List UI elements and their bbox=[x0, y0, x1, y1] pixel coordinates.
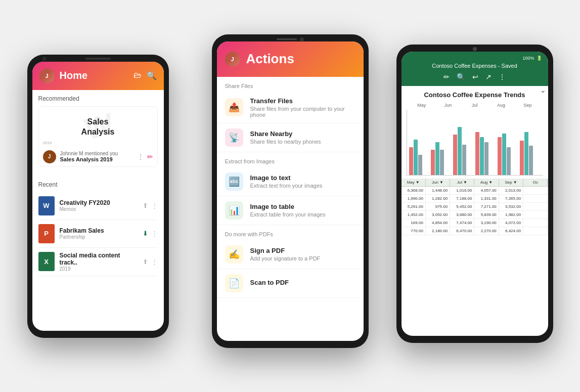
chart-group bbox=[409, 140, 430, 175]
list-item[interactable]: 📄 Scan to PDF bbox=[217, 269, 364, 298]
header-icons: 🗁 🔍 bbox=[133, 71, 157, 80]
list-item[interactable]: ✍ Sign a PDF Add your signature to a PDF bbox=[217, 240, 364, 269]
file-actions: ⬆ ⋮ bbox=[143, 258, 158, 266]
action-name: Image to text bbox=[250, 174, 355, 182]
ppt-icon: P bbox=[38, 224, 55, 243]
list-item[interactable]: X Social media content track.. 2019 ⬆ ⋮ bbox=[38, 248, 158, 276]
more-icon[interactable]: ⋮ bbox=[137, 153, 144, 161]
list-item[interactable]: 📡 Share Nearby Share files to nearby pho… bbox=[217, 123, 364, 152]
more-icon[interactable]: ⋮ bbox=[151, 202, 158, 209]
section-label-extract: Extract from Images bbox=[217, 152, 364, 167]
file-sub: Memos bbox=[60, 206, 138, 212]
scene: J Home 🗁 🔍 Recommended W SalesAnalysis 2… bbox=[12, 14, 568, 378]
edit-icon[interactable]: ✏ bbox=[147, 153, 153, 161]
mention-row: J Johnnie M mentioned you Sales Analysis… bbox=[39, 147, 157, 166]
upload-icon[interactable]: ⬆ bbox=[143, 202, 148, 209]
search-icon[interactable]: 🔍 bbox=[457, 73, 465, 81]
upload-icon[interactable]: ⬆ bbox=[143, 258, 148, 266]
more-icon[interactable]: ⋮ bbox=[499, 73, 506, 81]
excel-title: Contoso Coffee Expenses - Saved bbox=[408, 63, 542, 69]
list-item[interactable]: W Creativity FY2020 Memos ⬆ ⋮ bbox=[38, 192, 158, 220]
list-item[interactable]: 📤 Transfer Files Share files from your c… bbox=[217, 92, 364, 123]
table-row: 6,368.00 1,448.00 1,016.00 4,057.00 2,01… bbox=[401, 187, 548, 195]
folder-icon[interactable]: 🗁 bbox=[133, 71, 142, 80]
data-cell: 4,854.00 bbox=[426, 219, 450, 227]
table-row: 1,452.00 3,052.00 3,680.00 5,839.00 1,98… bbox=[401, 211, 548, 219]
pdf-glyph: ✍ bbox=[229, 249, 240, 260]
file-info: Social media content track.. 2019 bbox=[60, 252, 138, 272]
data-cell: 2,180.00 bbox=[426, 227, 450, 235]
data-cell: 1,331.00 bbox=[474, 195, 499, 202]
chart-label: Aug bbox=[488, 103, 514, 108]
doc-year: 2019 bbox=[43, 141, 52, 145]
data-cell: 6,368.00 bbox=[401, 187, 426, 194]
bar-teal bbox=[414, 140, 418, 175]
action-desc: Share files to nearby phones bbox=[250, 139, 355, 145]
more-icon[interactable]: ⋮ bbox=[151, 258, 158, 266]
col-headers: May ▼ Jun ▼ Jul ▼ Aug ▼ Sep ▼ Oc bbox=[401, 179, 548, 187]
mention-avatar: J bbox=[43, 150, 56, 163]
data-cell: 3,190.00 bbox=[474, 219, 499, 227]
avatar: J bbox=[225, 52, 240, 67]
bar-pink bbox=[520, 141, 524, 175]
more-icon[interactable]: ⋮ bbox=[151, 230, 158, 237]
bar-pink bbox=[409, 147, 413, 175]
action-desc: Add your signature to a PDF bbox=[250, 255, 355, 262]
mention-actions: ⋮ ✏ bbox=[137, 153, 153, 161]
file-name: Social media content track.. bbox=[60, 252, 138, 266]
data-cell: 6,470.00 bbox=[450, 227, 474, 235]
recent-label: Recent bbox=[38, 181, 158, 188]
actions-title: Actions bbox=[246, 51, 294, 67]
action-name: Scan to PDF bbox=[250, 279, 355, 286]
collapse-button[interactable]: ⌄ bbox=[540, 86, 546, 94]
img2table-glyph: 📊 bbox=[229, 205, 240, 216]
share-icon[interactable]: ↗ bbox=[485, 73, 492, 81]
data-cell: 1,452.00 bbox=[401, 211, 426, 219]
chart-label: May bbox=[409, 103, 435, 108]
doc-preview: W SalesAnalysis 2019 bbox=[39, 107, 157, 147]
recommended-card[interactable]: W SalesAnalysis 2019 J Johnnie M mention… bbox=[38, 106, 158, 167]
chart-label: Jun bbox=[435, 103, 461, 108]
list-item[interactable]: 📊 Image to table Extract table from your… bbox=[217, 196, 364, 225]
excel-header: 100% 🔋 Contoso Coffee Expenses - Saved ✏… bbox=[401, 52, 548, 86]
mid-screen: J Actions Share Files 📤 Transfer Files S… bbox=[217, 41, 364, 341]
left-screen: J Home 🗁 🔍 Recommended W SalesAnalysis 2… bbox=[32, 62, 164, 331]
word-letter: W bbox=[43, 202, 49, 209]
action-name: Transfer Files bbox=[250, 97, 355, 105]
chart-title: Contoso Coffee Expense Trends bbox=[407, 91, 543, 99]
search-icon[interactable]: 🔍 bbox=[147, 71, 157, 80]
action-desc: Extract table from your images bbox=[250, 211, 355, 217]
data-cell: 3,680.00 bbox=[450, 211, 474, 219]
col-header: Jul ▼ bbox=[450, 179, 474, 186]
speaker bbox=[85, 58, 111, 60]
undo-icon[interactable]: ↩ bbox=[472, 73, 478, 81]
left-app-header: J Home 🗁 🔍 bbox=[32, 62, 164, 90]
bar-gray bbox=[440, 150, 444, 175]
list-item[interactable]: 🔤 Image to text Extract text from your i… bbox=[217, 167, 364, 196]
share-nearby-icon: 📡 bbox=[225, 128, 243, 147]
front-camera bbox=[300, 37, 304, 41]
data-cell: 169.00 bbox=[401, 219, 426, 227]
right-screen: 100% 🔋 Contoso Coffee Expenses - Saved ✏… bbox=[401, 52, 548, 336]
section-label-pdf: Do more with PDFs bbox=[217, 225, 364, 240]
list-item[interactable]: P Fabrikam Sales Partnership ⬇ ⋮ bbox=[38, 220, 158, 248]
pencil-icon[interactable]: ✏ bbox=[443, 73, 450, 81]
table-row: 770.00 2,180.00 6,470.00 2,270.00 6,424.… bbox=[401, 227, 548, 235]
file-name: Creativity FY2020 bbox=[60, 199, 138, 206]
action-desc: Extract text from your images bbox=[250, 183, 355, 189]
data-cell: 3,052.00 bbox=[426, 211, 450, 219]
action-text: Image to table Extract table from your i… bbox=[250, 203, 355, 217]
data-cell bbox=[523, 195, 548, 202]
chart-bars bbox=[407, 110, 543, 176]
bar-teal bbox=[480, 137, 484, 175]
action-text: Image to text Extract text from your ima… bbox=[250, 174, 355, 189]
section-label-share: Share Files bbox=[217, 77, 364, 92]
chart-group bbox=[498, 134, 519, 175]
bar-gray bbox=[529, 146, 533, 175]
home-title: Home bbox=[60, 70, 128, 81]
middle-phone: J Actions Share Files 📤 Transfer Files S… bbox=[212, 34, 369, 348]
download-icon[interactable]: ⬇ bbox=[143, 230, 148, 237]
col-header: Sep ▼ bbox=[499, 179, 523, 186]
sign-pdf-icon: ✍ bbox=[225, 245, 243, 264]
table-row: 169.00 4,854.00 7,474.00 3,190.00 4,072.… bbox=[401, 219, 548, 227]
